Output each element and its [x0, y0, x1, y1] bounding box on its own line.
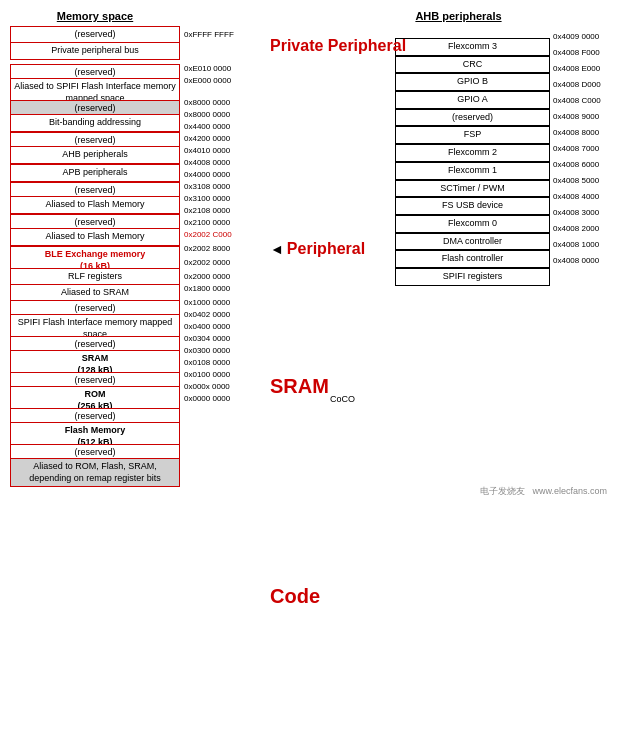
addr-20000: 0x2000 0000	[184, 272, 270, 282]
addr-2108: 0x2108 0000	[184, 206, 270, 216]
addr-4000: 0x4000 0000	[184, 170, 270, 180]
ahb-cells-column: Flexcomm 3 CRC GPIO B GPIO A (reserved) …	[395, 26, 550, 480]
peripheral-label: ◄ Peripheral	[270, 241, 365, 257]
ahb-addr-40089: 0x4008 9000	[553, 112, 617, 122]
addr-8000-top: 0x8000 0000	[184, 98, 270, 108]
watermark-text: 电子发烧友	[480, 486, 525, 496]
memory-space-title: Memory space	[57, 10, 133, 22]
ahb-addr-4008f: 0x4008 F000	[553, 48, 617, 58]
ahb-addr-40086: 0x4008 6000	[553, 160, 617, 170]
ahb-address-column: 0x4009 0000 0x4008 F000 0x4008 E000 0x40…	[550, 26, 617, 480]
ahb-reserved: (reserved)	[395, 109, 550, 127]
addr-2100: 0x2100 0000	[184, 218, 270, 228]
sram-label: SRAM	[270, 376, 329, 396]
ahb-addr-40084: 0x4008 4000	[553, 192, 617, 202]
mem-cell-ahb: AHB peripherals	[10, 146, 180, 164]
ahb-addr-40081: 0x4008 1000	[553, 240, 617, 250]
addr-10000: 0x1000 0000	[184, 298, 270, 308]
ahb-addr-4008c: 0x4008 C000	[553, 96, 617, 106]
addr-04000: 0x0400 0000	[184, 322, 270, 332]
ahb-usb: FS USB device	[395, 197, 550, 215]
page-container: Memory space AHB peripherals (reserved) …	[10, 10, 607, 498]
ahb-gpiob: GPIO B	[395, 73, 550, 91]
mem-cell-aliased-flash-1: Aliased to Flash Memory	[10, 196, 180, 214]
addr-3108: 0x3108 0000	[184, 182, 270, 192]
ahb-addr-4008e: 0x4008 E000	[553, 64, 617, 74]
ahb-fsp: FSP	[395, 126, 550, 144]
addr-03000: 0x0300 0000	[184, 346, 270, 356]
ahb-title: AHB peripherals	[415, 10, 501, 22]
addr-e010: 0xE010 0000	[184, 64, 270, 74]
mem-cell-bitband: Bit-banding addressing	[10, 114, 180, 132]
addr-4010: 0x4010 0000	[184, 146, 270, 156]
addr-8000-bot: 0x8000 0000	[184, 110, 270, 120]
ahb-addr-4009: 0x4009 0000	[553, 32, 617, 42]
addr-4008: 0x4008 0000	[184, 158, 270, 168]
ahb-crc: CRC	[395, 56, 550, 74]
mem-cell-aliased-flash-2: Aliased to Flash Memory	[10, 228, 180, 246]
addr-20020: 0x2002 0000	[184, 258, 270, 268]
addr-3100: 0x3100 0000	[184, 194, 270, 204]
mem-cell-aliased-all: Aliased to ROM, Flash, SRAM,depending on…	[10, 458, 180, 487]
addr-01080: 0x0108 0000	[184, 358, 270, 368]
code-label: Code	[270, 586, 320, 606]
addr-01000: 0x0100 0000	[184, 370, 270, 380]
ahb-flexcomm3: Flexcomm 3	[395, 38, 550, 56]
addr-04020: 0x0402 0000	[184, 310, 270, 320]
addr-00000: 0x0000 0000	[184, 394, 270, 404]
label-column: Private Peripheral ◄ Peripheral SRAM Cod…	[270, 26, 390, 480]
addr-000x: 0x000x 0000	[184, 382, 270, 392]
ahb-addr-40082: 0x4008 2000	[553, 224, 617, 234]
ahb-addr-40085: 0x4008 5000	[553, 176, 617, 186]
addr-4400: 0x4400 0000	[184, 122, 270, 132]
coco-label: CoCO	[330, 394, 355, 404]
watermark-url: www.elecfans.com	[532, 486, 607, 496]
ahb-addr-40088: 0x4008 8000	[553, 128, 617, 138]
mem-cell-apb: APB peripherals	[10, 164, 180, 182]
ahb-sctimer: SCTimer / PWM	[395, 180, 550, 198]
address-column: 0xFFFF FFFF 0xE010 0000 0xE000 0000 0x80…	[180, 26, 270, 480]
addr-e000: 0xE000 0000	[184, 76, 270, 86]
ahb-flexcomm1: Flexcomm 1	[395, 162, 550, 180]
mem-cell-ppb: Private peripheral bus	[10, 42, 180, 60]
addr-03040: 0x0304 0000	[184, 334, 270, 344]
addr-4200: 0x4200 0000	[184, 134, 270, 144]
ahb-spifi: SPIFI registers	[395, 268, 550, 286]
memory-space-column: (reserved) Private peripheral bus (reser…	[10, 26, 180, 480]
ahb-addr-40080: 0x4008 0000	[553, 256, 617, 266]
ahb-addr-40083: 0x4008 3000	[553, 208, 617, 218]
ahb-gpioa: GPIO A	[395, 91, 550, 109]
addr-20028: 0x2002 8000	[184, 244, 270, 254]
ahb-addr-4008d: 0x4008 D000	[553, 80, 617, 90]
addr-18000: 0x1800 0000	[184, 284, 270, 294]
ahb-column: Flexcomm 3 CRC GPIO B GPIO A (reserved) …	[395, 26, 617, 480]
private-peripheral-label: Private Peripheral	[270, 38, 406, 54]
addr-ffff: 0xFFFF FFFF	[184, 30, 270, 40]
ahb-addr-40087: 0x4008 7000	[553, 144, 617, 154]
ahb-flexcomm2: Flexcomm 2	[395, 144, 550, 162]
ahb-dma: DMA controller	[395, 233, 550, 251]
addr-2002c: 0x2002 C000	[184, 230, 270, 240]
ahb-flash-ctrl: Flash controller	[395, 250, 550, 268]
ahb-flexcomm0: Flexcomm 0	[395, 215, 550, 233]
